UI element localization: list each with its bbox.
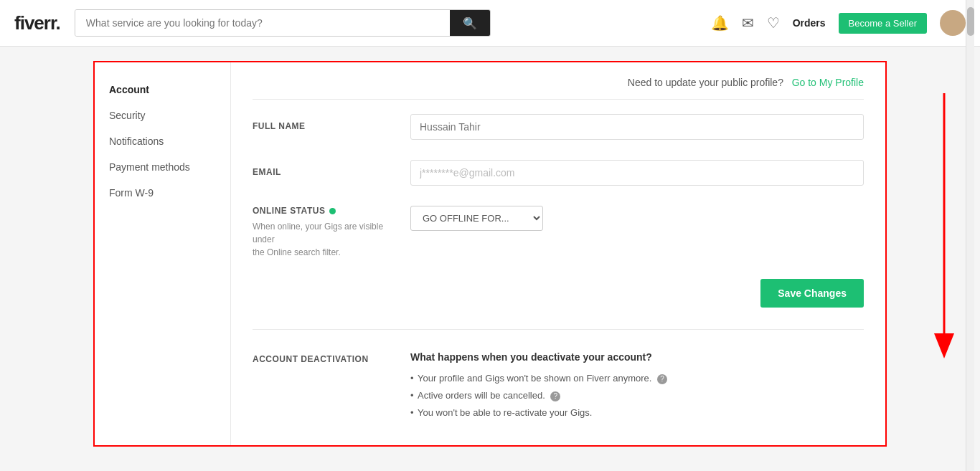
logo-dot: . — [56, 12, 60, 34]
online-status-label: ONLINE STATUS — [253, 206, 396, 216]
deactivation-item-1: Active orders will be cancelled. ? — [410, 390, 864, 401]
header-icons: 🔔 ✉ ♡ Orders Become a Seller — [711, 10, 966, 36]
deactivation-list: Your profile and Gigs won't be shown on … — [410, 373, 864, 418]
email-input[interactable] — [410, 160, 864, 186]
offline-select-wrap: GO OFFLINE FOR... 1 Hour 4 Hours 8 Hours… — [410, 206, 543, 231]
online-status-row: ONLINE STATUS When online, your Gigs are… — [253, 206, 864, 259]
account-deactivation-section: ACCOUNT DEACTIVATION What happens when y… — [253, 351, 864, 424]
logo-text: fiverr — [14, 12, 56, 34]
help-icon-1[interactable]: ? — [550, 391, 560, 401]
sidebar-item-security[interactable]: Security — [95, 103, 230, 128]
sidebar-item-account[interactable]: Account — [95, 77, 230, 103]
main-container: Account Security Notifications Payment m… — [0, 47, 980, 461]
fiverr-logo[interactable]: fiverr. — [14, 12, 60, 34]
sidebar-item-notifications[interactable]: Notifications — [95, 128, 230, 154]
orders-link[interactable]: Orders — [793, 17, 826, 29]
scrollbar[interactable] — [966, 0, 974, 471]
sidebar-item-form-w9[interactable]: Form W-9 — [95, 180, 230, 206]
header: fiverr. 🔍 🔔 ✉ ♡ Orders Become a Seller — [0, 0, 980, 47]
online-status-dot — [329, 208, 336, 214]
online-label-wrap: ONLINE STATUS When online, your Gigs are… — [253, 206, 396, 259]
full-name-row: FULL NAME — [253, 114, 864, 140]
scrollbar-thumb[interactable] — [967, 7, 974, 36]
search-input[interactable] — [75, 10, 450, 36]
content-area: Need to update your public profile? Go t… — [231, 62, 885, 445]
notifications-bell-icon[interactable]: 🔔 — [711, 14, 729, 32]
online-status-description: When online, your Gigs are visible under… — [253, 220, 396, 259]
go-to-my-profile-link[interactable]: Go to My Profile — [792, 77, 864, 88]
deactivation-item-0: Your profile and Gigs won't be shown on … — [410, 373, 864, 384]
help-icon-0[interactable]: ? — [657, 374, 667, 384]
offline-for-select[interactable]: GO OFFLINE FOR... 1 Hour 4 Hours 8 Hours… — [410, 206, 543, 231]
email-label: EMAIL — [253, 160, 396, 177]
save-changes-button[interactable]: Save Changes — [760, 279, 864, 308]
favorites-heart-icon[interactable]: ♡ — [767, 14, 780, 32]
sidebar: Account Security Notifications Payment m… — [95, 62, 231, 445]
deactivation-content: What happens when you deactivate your ac… — [410, 351, 864, 424]
search-icon: 🔍 — [463, 17, 477, 29]
email-input-wrap — [410, 160, 864, 186]
deactivation-label: ACCOUNT DEACTIVATION — [253, 351, 396, 424]
full-name-label: FULL NAME — [253, 114, 396, 131]
become-seller-button[interactable]: Become a Seller — [839, 13, 927, 34]
profile-link-text: Need to update your public profile? — [628, 77, 783, 88]
deactivation-item-2: You won't be able to re-activate your Gi… — [410, 407, 864, 418]
profile-link-bar: Need to update your public profile? Go t… — [253, 77, 864, 100]
sidebar-item-payment-methods[interactable]: Payment methods — [95, 154, 230, 180]
search-button[interactable]: 🔍 — [450, 10, 490, 36]
settings-wrapper: Account Security Notifications Payment m… — [93, 61, 887, 447]
email-row: EMAIL — [253, 160, 864, 186]
messages-mail-icon[interactable]: ✉ — [742, 14, 754, 32]
deactivation-title: What happens when you deactivate your ac… — [410, 351, 864, 363]
full-name-input-wrap — [410, 114, 864, 140]
avatar[interactable] — [940, 10, 966, 36]
full-name-input[interactable] — [410, 114, 864, 140]
save-row: Save Changes — [253, 279, 864, 330]
search-bar: 🔍 — [75, 9, 491, 37]
